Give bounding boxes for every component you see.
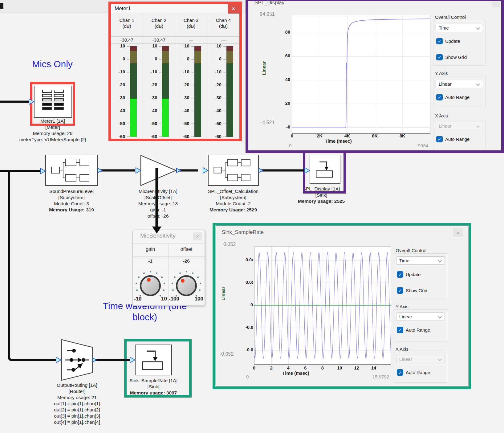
close-icon[interactable]: [492, 2, 500, 7]
y-min-readout: -4.521: [261, 120, 274, 125]
y-auto-range-checkbox-row[interactable]: ✓Auto Range: [436, 94, 469, 100]
annotation-line: block): [97, 312, 193, 323]
meter-tick-mark: [127, 85, 129, 85]
meter-scale-tick: -30: [144, 95, 157, 100]
gain-knob[interactable]: [140, 275, 161, 296]
block-mic-sensitivity[interactable]: [140, 155, 177, 186]
x-tick-label: 0: [248, 366, 260, 370]
y-tick-label: -0.04: [246, 347, 253, 352]
close-icon[interactable]: ✕: [193, 232, 202, 240]
close-icon[interactable]: ✕: [453, 228, 463, 237]
knob-tick-dot: [197, 276, 199, 278]
scale-offset-triangle-icon: [141, 155, 176, 186]
block-caption-line: out[1] = pin[1].chan[1]: [35, 401, 119, 407]
select-value: Linear: [439, 123, 452, 129]
knob-tick-dot: [172, 283, 173, 284]
offset-knob[interactable]: [176, 275, 197, 296]
block-spl-offset-calculation[interactable]: [208, 155, 259, 186]
meter-bar-segment: [194, 51, 201, 63]
meter-tick-mark: [127, 111, 129, 111]
channel-unit: (dB): [143, 23, 175, 29]
checkbox-checked-icon[interactable]: ✓: [397, 287, 403, 294]
channel-value: -30.47: [143, 36, 175, 44]
x-tick-label: 2: [265, 366, 277, 370]
meter-tick-mark: [223, 111, 226, 111]
x-axis-select[interactable]: Linear: [396, 355, 445, 363]
overall-control-select[interactable]: Time: [436, 24, 483, 32]
close-icon[interactable]: ✕: [228, 4, 239, 14]
x-auto-range-checkbox-row[interactable]: ✓Auto Range: [436, 136, 469, 142]
meter-channels: Chan 1(dB)-30.47100-10-20-30-40-50-60Cha…: [111, 14, 239, 139]
channel-value: -30.47: [111, 36, 143, 44]
subsystem-icon: [46, 155, 97, 185]
knob-value: -1: [133, 258, 167, 263]
x-range-end: 15.9792: [360, 374, 389, 379]
meter-scale-tick: -20: [112, 82, 125, 87]
block-output-routing[interactable]: [61, 339, 93, 381]
channel-value: ---: [175, 36, 207, 44]
channel-header: Chan 3(dB): [175, 17, 207, 29]
spl-plot[interactable]: [292, 15, 430, 133]
meter-tick-mark: [223, 72, 226, 72]
block-caption-line: [Subsystem]: [31, 194, 112, 201]
overall-control-select[interactable]: Time: [396, 256, 445, 265]
checkbox-checked-icon[interactable]: ✓: [436, 38, 443, 44]
meter-tick-mark: [191, 46, 194, 47]
meter-tick-mark: [159, 111, 161, 111]
meter-scale-tick: 0: [176, 56, 189, 61]
block-sound-pressure-level[interactable]: [45, 155, 98, 186]
meter-tick-mark: [223, 124, 226, 124]
checkbox-checked-icon[interactable]: ✓: [397, 271, 403, 278]
input-pin-icon: [203, 168, 208, 173]
knob-value: -26: [169, 258, 203, 263]
block-caption-line: Module Count: 2: [195, 201, 272, 207]
y-axis-group-label: Y Axis: [435, 71, 448, 76]
overall-control-group-label: Overall Control: [435, 14, 466, 20]
y-tick-label: 60: [278, 53, 290, 58]
y-axis-name: Linear: [261, 59, 266, 78]
update-checkbox-row[interactable]: ✓Update: [397, 271, 421, 278]
meter-scale-tick: 0: [112, 56, 125, 61]
show-grid-checkbox-row[interactable]: ✓Show Grid: [397, 287, 427, 294]
window-title: SPL_Display: [254, 0, 284, 6]
checkbox-checked-icon[interactable]: ✓: [436, 94, 443, 100]
x-tick-label: 10: [333, 366, 346, 370]
knob-tick-dot: [174, 276, 176, 278]
knob-max-label: 100: [190, 296, 203, 302]
block-caption-line: meterType: VUMeterSample [2]: [10, 137, 96, 143]
x-auto-range-checkbox-row[interactable]: ✓Auto Range: [397, 369, 430, 376]
sink-plot[interactable]: [254, 247, 391, 364]
meter-tick-mark: [127, 124, 129, 124]
show-grid-checkbox-row[interactable]: ✓Show Grid: [436, 54, 467, 60]
checkbox-label: Auto Range: [445, 137, 469, 142]
y-auto-range-checkbox-row[interactable]: ✓Auto Range: [397, 327, 430, 333]
x-axis-select[interactable]: Linear: [436, 122, 483, 130]
y-axis-select[interactable]: Linear: [396, 312, 445, 321]
meter-tick-mark: [191, 72, 194, 72]
meter-tick-mark: [223, 98, 226, 98]
meter-channel: Chan 2(dB)-30.47100-10-20-30-40-50-60: [143, 14, 175, 139]
meter-tick-mark: [191, 124, 194, 124]
y-axis-select[interactable]: Linear: [436, 80, 483, 88]
window-title: Meter1: [115, 6, 131, 12]
checkbox-checked-icon[interactable]: ✓: [436, 54, 443, 60]
update-checkbox-row[interactable]: ✓Update: [436, 38, 460, 44]
meter-scale-tick: -60: [176, 134, 189, 139]
checkbox-checked-icon[interactable]: ✓: [397, 369, 403, 376]
channel-unit: (dB): [111, 23, 143, 29]
audio-weaver-canvas: Mics Only Time waveform (one block): [0, 0, 504, 433]
meter-scale-tick: -60: [112, 134, 125, 139]
meter-scale-tick: -40: [144, 108, 157, 113]
knob-max-label: 10: [154, 296, 167, 302]
checkbox-checked-icon[interactable]: ✓: [436, 136, 443, 142]
meter1-window-titlebar[interactable]: Meter1: [111, 4, 239, 14]
spl-display-window: SPL_Display 94.951 -4.521 Linear Time (m…: [246, 0, 504, 153]
meter-scale-tick: -40: [176, 108, 189, 113]
checkbox-checked-icon[interactable]: ✓: [397, 327, 403, 333]
meter-tick-mark: [223, 46, 226, 47]
caption-sound-pressure-level: SoundPressureLevel[Subsystem]Module Coun…: [31, 188, 112, 213]
knob-tick-dot: [164, 283, 165, 284]
knob-param-name: offset: [169, 247, 203, 252]
channel-unit: (dB): [207, 23, 239, 29]
block-caption-line: Memory Usage: 2529: [195, 207, 272, 213]
